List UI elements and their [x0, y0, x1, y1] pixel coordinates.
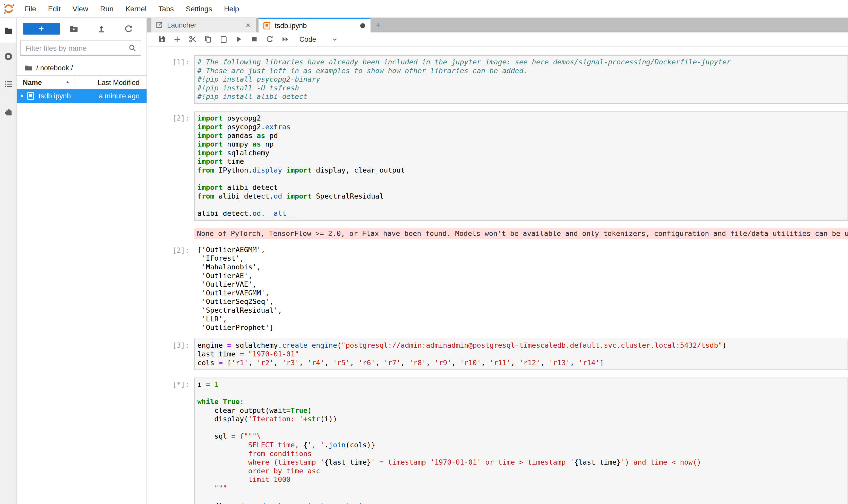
unsaved-changes-dot: [360, 23, 365, 28]
stderr-output: None of PyTorch, TensorFlow >= 2.0, or F…: [194, 228, 848, 239]
close-icon[interactable]: ×: [245, 21, 252, 30]
cut-cells-button[interactable]: [185, 33, 200, 46]
code-line: [198, 389, 845, 398]
output-line: ['OutlierAEGMM',: [198, 246, 848, 254]
cell-type-dropdown[interactable]: Code: [300, 35, 338, 43]
breadcrumb[interactable]: / notebook /: [17, 60, 146, 75]
code-line: # These are just left in as examples to …: [198, 67, 845, 75]
activity-files-icon[interactable]: [4, 26, 13, 35]
column-header-name[interactable]: Name: [17, 76, 75, 89]
cell-output: [2]:['OutlierAEGMM', 'IForest', 'Mahalan…: [147, 244, 848, 332]
refresh-button[interactable]: [115, 18, 142, 39]
tab-launcher[interactable]: Launcher×: [151, 18, 256, 33]
code-line: while True:: [198, 398, 845, 407]
activity-bar: [0, 18, 17, 504]
code-line: import psycopg2.extras: [198, 123, 845, 131]
add-cell-button[interactable]: [169, 33, 185, 46]
code-line: import time: [198, 157, 845, 166]
run-all-icon: [281, 35, 289, 43]
stop-button[interactable]: [247, 33, 262, 46]
refresh-icon: [124, 24, 133, 33]
restart-kernel-button[interactable]: [262, 33, 277, 46]
code-cell: [3]:engine = sqlalchemy.create_engine("p…: [147, 339, 848, 370]
file-row[interactable]: tsdb.ipynba minute ago: [17, 89, 146, 103]
code-line: where (timestamp '{last_time}' = timesta…: [198, 458, 845, 467]
running-indicator-dot: [21, 95, 23, 97]
activity-toc-icon[interactable]: [4, 79, 13, 89]
code-line: [198, 175, 845, 183]
tab-tsdb-ipynb[interactable]: tsdb.ipynb: [258, 18, 371, 33]
run-icon: [235, 35, 243, 43]
copy-cells-button[interactable]: [200, 33, 216, 46]
filter-files-input[interactable]: [24, 43, 128, 53]
activity-running-icon[interactable]: [4, 52, 13, 61]
code-cell: [2]:import psycopg2import psycopg2.extra…: [147, 111, 848, 221]
breadcrumb-path: / notebook /: [36, 64, 73, 72]
menu-file[interactable]: File: [18, 0, 42, 17]
save-icon: [158, 35, 166, 43]
code-line: df = pd.read_sql_query(sql, engine): [198, 501, 845, 504]
cell-input-prompt: [2]:: [147, 111, 194, 221]
cell-input-prompt: [1]:: [147, 55, 194, 104]
menu-tabs[interactable]: Tabs: [152, 0, 180, 17]
menu-kernel[interactable]: Kernel: [120, 0, 152, 17]
code-line: import alibi_detect: [198, 183, 845, 192]
code-line: import psycopg2: [198, 114, 845, 123]
upload-button[interactable]: [88, 18, 115, 39]
copy-cells-icon: [204, 35, 212, 43]
activity-extensions-icon[interactable]: [4, 107, 13, 116]
restart-kernel-icon: [266, 35, 274, 43]
cell-input-prompt: [3]:: [147, 339, 194, 370]
code-cell: [*]:i = 1 while True: clear_output(wait=…: [147, 378, 848, 504]
code-line: import numpy as np: [198, 140, 845, 149]
output-text: ['OutlierAEGMM', 'IForest', 'Mahalanobis…: [194, 244, 848, 332]
cell-output-prompt: [2]:: [147, 244, 194, 332]
column-header-modified[interactable]: Last Modified: [75, 76, 146, 89]
tab-label: Launcher: [167, 21, 245, 29]
cell-editor[interactable]: i = 1 while True: clear_output(wait=True…: [194, 378, 848, 504]
sort-asc-icon: [65, 79, 70, 85]
run-button[interactable]: [231, 33, 247, 46]
run-all-button[interactable]: [277, 33, 293, 46]
paste-cells-button[interactable]: [216, 33, 231, 46]
search-icon: [128, 44, 137, 53]
code-line: limit 1000: [198, 475, 845, 484]
code-line: [198, 201, 845, 210]
output-line: 'LLR',: [198, 315, 848, 323]
new-tab-button[interactable]: +: [371, 18, 386, 33]
cell-editor[interactable]: import psycopg2import psycopg2.extrasimp…: [194, 111, 848, 221]
menu-edit[interactable]: Edit: [42, 0, 67, 17]
output-line: 'SpectralResidual',: [198, 306, 848, 315]
notebook-icon: [263, 22, 271, 30]
breadcrumb-folder-icon: [24, 64, 33, 72]
code-line: #!pip install alibi-detect: [198, 92, 845, 101]
cell-type-label: Code: [300, 35, 316, 43]
chevron-down-icon: [331, 36, 338, 43]
file-browser-toolbar: +: [17, 18, 146, 39]
code-line: [198, 493, 845, 501]
code-line: from IPython.display import display, cle…: [198, 166, 845, 175]
code-line: import pandas as pd: [198, 131, 845, 140]
output-line: 'OutlierAE',: [198, 271, 848, 280]
menu-run[interactable]: Run: [94, 0, 120, 17]
code-line: display('Iteration: '+str(i)): [198, 415, 845, 424]
paste-cells-icon: [219, 35, 228, 43]
file-list-header: Name Last Modified: [17, 75, 146, 89]
notebook-toolbar: Code: [147, 33, 848, 47]
cell-editor[interactable]: engine = sqlalchemy.create_engine("postg…: [194, 339, 848, 370]
output-line: 'OutlierProphet']: [198, 323, 848, 332]
menu-view[interactable]: View: [67, 0, 94, 17]
cell-editor[interactable]: # The following libraries have already b…: [194, 55, 848, 104]
code-line: last_time = "1970-01-01": [198, 350, 845, 359]
save-button[interactable]: [154, 33, 170, 46]
file-name: tsdb.ipynb: [39, 92, 99, 100]
new-launcher-button[interactable]: +: [23, 23, 60, 35]
file-browser-panel: + / notebook / Nam: [17, 18, 147, 504]
code-line: from alibi_detect.od import SpectralResi…: [198, 192, 845, 201]
new-folder-button[interactable]: [60, 18, 87, 39]
code-line: engine = sqlalchemy.create_engine("postg…: [198, 341, 845, 350]
menu-help[interactable]: Help: [218, 0, 245, 17]
notebook-scroll-area[interactable]: [1]:# The following libraries have alrea…: [147, 47, 848, 504]
code-cell: [1]:# The following libraries have alrea…: [147, 55, 848, 104]
menu-settings[interactable]: Settings: [180, 0, 218, 17]
